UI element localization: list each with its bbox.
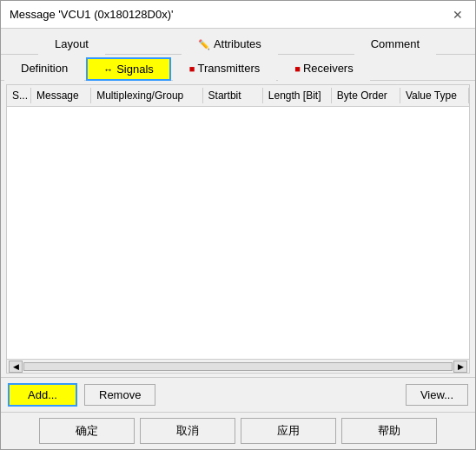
- col-header-message: Message: [31, 88, 91, 103]
- receivers-icon: ■: [294, 63, 301, 74]
- col-header-byteorder: Byte Order: [332, 88, 400, 103]
- scroll-left-button[interactable]: ◀: [9, 361, 23, 373]
- apply-button[interactable]: 应用: [241, 418, 336, 444]
- main-window: Message 'VCU1 (0x180128D0x)' ✕ Layout ✏️…: [0, 0, 476, 450]
- help-button[interactable]: 帮助: [341, 418, 437, 444]
- cancel-button[interactable]: 取消: [140, 418, 235, 444]
- remove-button[interactable]: Remove: [84, 384, 155, 406]
- transmitters-icon: ■: [189, 63, 195, 74]
- scroll-right-button[interactable]: ▶: [453, 361, 467, 373]
- col-header-startbit: Startbit: [203, 88, 263, 103]
- close-button[interactable]: ✕: [449, 6, 466, 23]
- content-area: S... Message Multiplexing/Group Startbit…: [6, 84, 470, 374]
- confirm-button[interactable]: 确定: [39, 418, 135, 444]
- view-button[interactable]: View...: [406, 384, 468, 406]
- col-header-length: Length [Bit]: [263, 88, 332, 103]
- tab-transmitters[interactable]: ■Transmitters: [173, 57, 276, 81]
- tab-definition[interactable]: Definition: [4, 57, 84, 81]
- tab-receivers[interactable]: ■Receivers: [278, 57, 369, 81]
- window-title: Message 'VCU1 (0x180128D0x)': [10, 8, 174, 21]
- col-header-s: S...: [7, 88, 31, 103]
- attributes-icon: ✏️: [198, 39, 210, 50]
- col-header-valuetype: Value Type: [400, 88, 469, 103]
- title-bar: Message 'VCU1 (0x180128D0x)' ✕: [1, 1, 475, 29]
- tab-comment[interactable]: Comment: [354, 33, 436, 55]
- tab-row-1: Layout ✏️Attributes Comment: [1, 29, 475, 55]
- table-body: [7, 107, 469, 359]
- tab-layout[interactable]: Layout: [38, 33, 105, 55]
- scrollbar-horizontal: ◀ ▶: [7, 359, 469, 373]
- tab-attributes[interactable]: ✏️Attributes: [182, 33, 278, 55]
- tab-signals[interactable]: ↔Signals: [86, 57, 171, 81]
- col-header-mux: Multiplexing/Group: [91, 88, 202, 103]
- tab-row-2: Definition ↔Signals ■Transmitters ■Recei…: [1, 55, 475, 81]
- action-row: Add... Remove View...: [1, 377, 475, 412]
- footer-row: 确定 取消 应用 帮助: [1, 412, 475, 449]
- table-header: S... Message Multiplexing/Group Startbit…: [7, 85, 469, 107]
- scroll-track[interactable]: [23, 362, 453, 371]
- signals-icon: ↔: [103, 64, 113, 75]
- add-button[interactable]: Add...: [8, 383, 77, 407]
